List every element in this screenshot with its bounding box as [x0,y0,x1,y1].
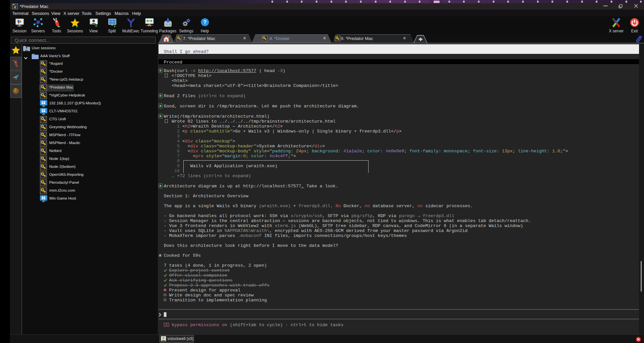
svg-text:?: ? [203,19,206,25]
